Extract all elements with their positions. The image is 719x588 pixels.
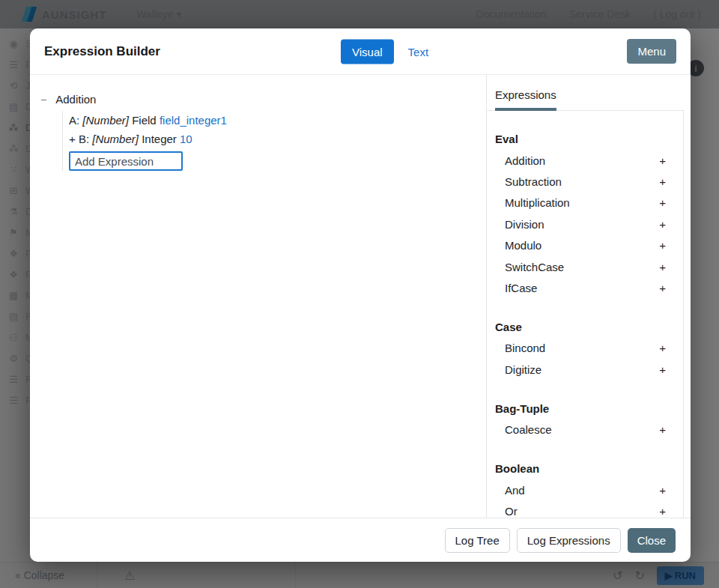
expression-item: Subtraction+ <box>495 171 666 192</box>
tree-children: A: [Number] Field field_integer1+ B: [Nu… <box>62 111 486 171</box>
log-expressions-button[interactable]: Log Expressions <box>517 528 621 553</box>
expression-item: Coalesce+ <box>495 419 666 440</box>
expression-tree-panel: − Addition A: [Number] Field field_integ… <box>30 75 487 518</box>
section-title: Case <box>495 317 666 338</box>
expression-item-label: Addition <box>505 154 545 167</box>
add-expression-button[interactable]: + <box>659 196 666 209</box>
expression-item-label: Modulo <box>505 239 541 252</box>
expression-item-label: Bincond <box>505 342 545 354</box>
expression-item: Division+ <box>495 213 666 234</box>
add-expression-button[interactable]: + <box>659 218 666 231</box>
expression-builder-modal: Expression Builder Visual Text Menu − Ad… <box>30 28 691 562</box>
expression-item: SwitchCase+ <box>495 256 666 277</box>
expression-item: IfCase+ <box>495 277 666 298</box>
add-expression-button[interactable]: + <box>659 282 666 294</box>
modal-header: Expression Builder Visual Text Menu <box>30 28 691 75</box>
tree-node-type: [Number] <box>82 114 129 127</box>
add-expression-button[interactable]: + <box>659 363 666 376</box>
collapse-node-icon[interactable]: − <box>40 94 46 106</box>
add-expression-button[interactable]: + <box>659 175 666 188</box>
section-title: Bag-Tuple <box>495 398 666 419</box>
tree-node-value[interactable]: 10 <box>180 133 192 145</box>
close-button[interactable]: Close <box>628 528 676 553</box>
tree-node-value[interactable]: field_integer1 <box>160 114 227 127</box>
expression-item: Or+ <box>495 500 666 518</box>
tree-root-label[interactable]: Addition <box>55 93 96 106</box>
add-expression-button[interactable]: + <box>659 423 666 436</box>
tree-node-kind: Field <box>129 114 160 127</box>
expression-item-label: Coalesce <box>505 423 552 436</box>
add-expression-button[interactable]: + <box>659 342 666 354</box>
expression-item: Modulo+ <box>495 235 666 256</box>
expression-item-label: And <box>505 484 525 497</box>
modal-title: Expression Builder <box>44 44 160 59</box>
expression-item-label: SwitchCase <box>505 261 564 273</box>
tree-node-kind: Integer <box>139 133 180 145</box>
expression-item-label: Or <box>505 505 518 518</box>
section-title: Boolean <box>495 458 666 479</box>
menu-button[interactable]: Menu <box>627 39 676 64</box>
tree-node[interactable]: + B: [Number] Integer 10 <box>69 130 486 148</box>
expression-item-label: Digitize <box>505 363 541 376</box>
log-tree-button[interactable]: Log Tree <box>445 528 510 553</box>
tree-node-label: A: <box>69 114 82 127</box>
expressions-panel: Expressions EvalAddition+Subtraction+Mul… <box>487 75 691 518</box>
expression-item: Addition+ <box>495 150 666 171</box>
app-root: AUNSIGHT Walleye ▾ Documentation Service… <box>0 0 719 588</box>
expression-item: And+ <box>495 479 666 500</box>
modal-footer: Log Tree Log Expressions Close <box>30 518 691 562</box>
expressions-tab-bar: Expressions <box>487 88 684 111</box>
expression-item: Digitize+ <box>495 359 666 380</box>
expressions-list[interactable]: EvalAddition+Subtraction+Multiplication+… <box>487 111 684 518</box>
add-expression-button[interactable]: + <box>659 239 666 252</box>
expression-item: Bincond+ <box>495 338 666 359</box>
expression-item: Multiplication+ <box>495 193 666 213</box>
add-expression-button[interactable]: + <box>659 505 666 518</box>
expression-section: CaseBincond+Digitize+ <box>495 317 666 381</box>
view-mode-tabs: Visual Text <box>341 39 428 64</box>
tree-node-type: [Number] <box>92 133 139 145</box>
expression-item-label: Division <box>505 218 544 231</box>
expression-item-label: Subtraction <box>505 175 562 188</box>
tab-expressions[interactable]: Expressions <box>495 88 556 111</box>
tree-root-row: − Addition <box>40 93 486 106</box>
tree-node[interactable]: A: [Number] Field field_integer1 <box>69 111 486 130</box>
expression-section: BooleanAnd+Or+ <box>495 458 666 518</box>
modal-body: − Addition A: [Number] Field field_integ… <box>30 75 691 518</box>
expression-item-label: Multiplication <box>505 196 570 209</box>
tree-node-label: + B: <box>69 133 92 145</box>
section-title: Eval <box>495 129 666 150</box>
tab-text[interactable]: Text <box>408 45 429 58</box>
add-expression-button[interactable]: + <box>659 261 666 273</box>
tab-visual[interactable]: Visual <box>341 39 394 64</box>
add-expression-input[interactable] <box>69 151 183 171</box>
add-expression-button[interactable]: + <box>659 154 666 167</box>
expression-section: Bag-TupleCoalesce+ <box>495 398 666 440</box>
add-expression-button[interactable]: + <box>659 484 666 497</box>
expression-item-label: IfCase <box>505 282 537 294</box>
expression-section: EvalAddition+Subtraction+Multiplication+… <box>495 129 666 299</box>
